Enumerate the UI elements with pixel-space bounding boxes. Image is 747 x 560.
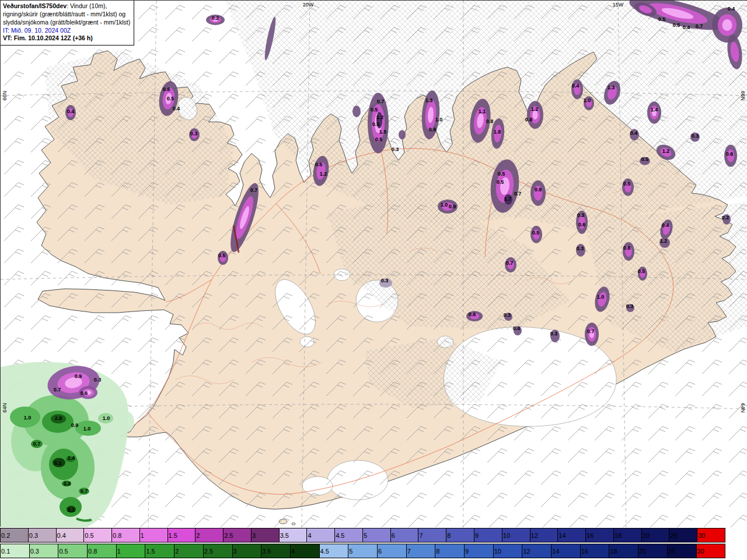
colorbar-segment: 25	[668, 544, 697, 558]
colorbar-segment: 8	[435, 544, 465, 558]
colorbar-tick-label: 0.5	[85, 532, 93, 539]
colorbar-tick-label: 3.5	[280, 532, 289, 539]
colorbar-tick-label: 25	[668, 548, 675, 555]
precip-blob	[470, 313, 479, 319]
colorbar-segment: 6	[378, 544, 407, 558]
colorbar-tick-label: 14	[552, 548, 559, 555]
colorbar-tick-label: 9	[465, 548, 469, 555]
colorbar-segment: 6	[391, 528, 419, 542]
legend-line-sleet: slydda/snjókoma (grátt/bleikt/grænt - mm…	[3, 19, 130, 27]
colorbar-segment: 0.4	[57, 528, 85, 542]
colorbar-segment: 0.2	[1, 528, 29, 542]
colorbar-tick-label: 4	[291, 548, 295, 555]
colorbar-segment: 3	[252, 528, 280, 542]
colorbar-tick-label: 1.5	[169, 532, 177, 539]
colorbar-segment: 2	[174, 544, 204, 558]
precip-blob	[532, 110, 537, 120]
forecast-map: 0.20.40.50.50.40.70.60.50.40.40.30.70.51…	[0, 0, 747, 527]
title-line-1-rest: : Vindur (10m),	[67, 2, 107, 9]
colorbar-segment: 18	[614, 528, 642, 542]
colorbar-tick-label: 12	[531, 532, 538, 539]
colorbar-tick-label: 6	[392, 532, 395, 539]
colorbar-segment: 4	[307, 528, 335, 542]
colorbar-tick-label: 1	[141, 532, 144, 539]
colorbar-segment: 0.1	[1, 544, 30, 558]
precip-blob	[85, 390, 92, 394]
colorbar-tick-label: 0.2	[1, 532, 10, 539]
colorbar-segment: 4.5	[335, 528, 363, 542]
colorbar-segment: 2.5	[224, 528, 252, 542]
colorbar-segment: 20	[642, 528, 670, 542]
colorbar-segment: 1.5	[145, 544, 174, 558]
precip-blob	[589, 330, 594, 338]
precip-blob	[399, 130, 406, 139]
colorbar-segment: 3	[233, 544, 262, 558]
colorbar-tick-label: 25	[670, 532, 677, 539]
precip-blob	[640, 270, 645, 278]
colorbar-tick-label: 12	[523, 548, 530, 555]
title-box: Veðurstofan/IS750dev: Vindur (10m), rign…	[1, 1, 134, 46]
colorbar-tick-label: 0.8	[113, 532, 121, 539]
precip-blob	[533, 229, 540, 239]
precip-blob	[376, 112, 382, 128]
colorbar-tick-label: 2	[175, 548, 179, 555]
precip-blob	[578, 215, 585, 229]
colorbar-tick-label: 16	[581, 548, 588, 555]
precip-blob	[652, 109, 657, 117]
colorbar-segment: 20	[638, 544, 668, 558]
colorbar-segment: 2	[196, 528, 224, 542]
colorbar-segment: 5	[348, 544, 378, 558]
precip-blob	[626, 304, 634, 312]
colorbar-segment: 1.5	[168, 528, 196, 542]
precip-blob	[533, 186, 542, 201]
colorbar-tick-label: 3.5	[262, 548, 271, 555]
colorbar-tick-label: 4.5	[320, 548, 329, 555]
model-name: Veðurstofan/IS750dev	[3, 2, 67, 9]
precip-blob	[659, 237, 670, 248]
colorbar-sleet-snow: 0.20.30.40.50.811.522.533.544.5567891012…	[0, 528, 725, 542]
colorbar-segment: 14	[558, 528, 586, 542]
colorbar-tick-label: 10	[494, 548, 501, 555]
colorbar-tick-label: 5	[349, 548, 352, 555]
colorbar-tick-label: 1.5	[146, 548, 155, 555]
precip-blob	[379, 278, 392, 288]
colorbar-segment: 25	[669, 528, 697, 542]
precip-blob	[191, 131, 197, 139]
colorbar-tick-label: 16	[587, 532, 594, 539]
colorbar-rain: 0.10.30.50.811.522.533.544.5567891012141…	[0, 544, 725, 558]
precip-blob	[68, 108, 74, 117]
colorbar-tick-label: 18	[610, 548, 617, 555]
title-line-1: Veðurstofan/IS750dev: Vindur (10m),	[3, 2, 130, 10]
colorbar-segment: 0.3	[29, 528, 57, 542]
precip-blob	[576, 244, 585, 257]
colorbar-segment: 9	[465, 544, 494, 558]
colorbar-segment: 0.8	[88, 544, 117, 558]
precip-blob	[727, 149, 735, 162]
colorbar-segment: 9	[474, 528, 502, 542]
colorbar-segment: 3.5	[280, 528, 308, 542]
legend-line-rain: rigning/skúrir (grænt/blátt/rautt - mm/1…	[3, 10, 130, 19]
weather-map-app: 0.20.40.50.50.40.70.60.50.40.40.30.70.51…	[0, 0, 747, 560]
precip-blob	[504, 313, 512, 321]
colorbar-tick-label: 7	[407, 548, 411, 555]
colorbar-tick-label: 3	[233, 548, 237, 555]
colorbar-segment: 1	[140, 528, 168, 542]
colorbar-tick-label: 2	[196, 532, 200, 539]
map-canvas	[1, 1, 747, 527]
colorbar-segment: 0.5	[84, 528, 112, 542]
colorbar-tick-label: 8	[447, 532, 451, 539]
colorbar-tick-label: 18	[615, 532, 622, 539]
precip-blob	[507, 260, 514, 269]
precip-blob	[624, 182, 631, 192]
colorbar-tick-label: 30	[698, 532, 705, 539]
colorbar-segment: 7	[418, 528, 446, 542]
colorbar-area: 0.20.30.40.50.811.522.533.544.5567891012…	[0, 528, 725, 559]
precip-blob	[722, 214, 731, 225]
precip-blob	[630, 129, 639, 141]
colorbar-segment: 7	[407, 544, 436, 558]
precip-blob	[352, 106, 361, 117]
colorbar-segment: 8	[446, 528, 474, 542]
precip-blob	[690, 132, 700, 142]
colorbar-tick-label: 0.8	[88, 548, 97, 555]
precip-blob	[574, 83, 581, 95]
